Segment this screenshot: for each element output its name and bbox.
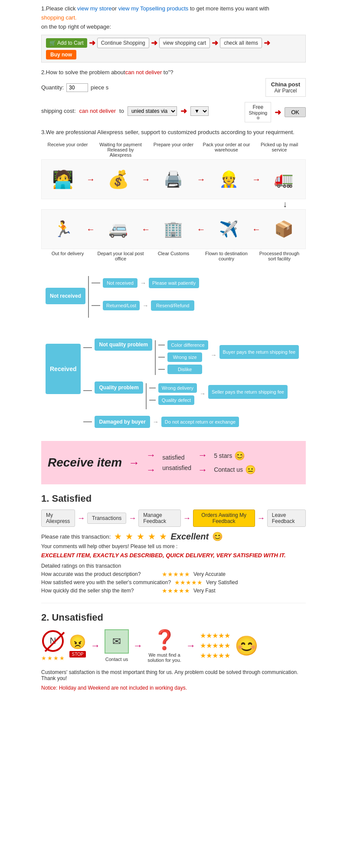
unsatisfied-title: 2. Unsatisfied [41, 612, 306, 623]
step-orders-awaiting[interactable]: Orders Awaiting My Feedback [193, 510, 255, 527]
not-received-main: Not received [46, 288, 85, 304]
circle-red: N [42, 630, 64, 652]
bottom-label-4: Flown to destination country [203, 251, 250, 261]
process-icon-3: 🖨️ [154, 164, 193, 194]
continue-shopping-btn[interactable]: Continue Shopping [97, 38, 149, 48]
sub-dislike: Dislike [167, 365, 202, 374]
check-items-btn[interactable]: check all items [220, 38, 262, 48]
star-2: ★ [125, 531, 133, 542]
arrow2: ➜ [151, 38, 157, 48]
comment-label: Your comments will help other buyers! Pl… [41, 543, 306, 549]
receive-title: Receive item [48, 456, 122, 470]
ok-button[interactable]: OK [285, 107, 306, 117]
branch-arrow-1: → [140, 279, 146, 286]
bottom-label-2: Depart your local post office [97, 251, 144, 261]
unsat-star-2: ★ [47, 655, 52, 661]
stars-row-3: ★★★★★ [200, 651, 230, 660]
process-icon-10: 📦 [265, 214, 304, 244]
satisfied-title: 1. Satisfied [41, 493, 306, 504]
detail-stars-3: ★★★★★ [162, 587, 190, 594]
buy-now-btn[interactable]: Buy now [46, 50, 76, 59]
view-topselling-link[interactable]: view my Topselling products [118, 5, 189, 12]
process-icon-4: 👷 [209, 164, 248, 194]
arrow5: ➜ [180, 106, 187, 116]
bottom-label-1: Out for delivery [44, 251, 92, 261]
slash-line [45, 632, 65, 652]
pink-texts-col: satisfied unsatisfied [162, 454, 191, 471]
unsat-star-3: ★ [53, 655, 59, 661]
section2-title: 2.How to solve the problem aboutcan not … [41, 69, 306, 76]
outcome-no-return: Do not accept return or exchange [161, 417, 239, 427]
holiday-notice: Notice: Holiday and Weekend are not incl… [41, 685, 306, 691]
quantity-input[interactable] [66, 83, 88, 92]
outcome-buyer-pays: Buyer pays the return shipping fee [219, 345, 299, 359]
step-leave-feedback[interactable]: Leave Feedback [267, 510, 306, 527]
divider [41, 603, 306, 603]
star-4: ★ [148, 531, 156, 542]
shipping-select[interactable]: unied states via [128, 106, 177, 116]
arrow1: ➜ [89, 38, 95, 48]
rate-row: Please rate this transaction: ★ ★ ★ ★ ★ … [41, 531, 306, 542]
process-icon-5: 🚛 [265, 164, 304, 194]
email-box: ✉ Contact us [105, 629, 129, 662]
happy-face-icon: 😊 [235, 635, 259, 657]
process-arrow-5-left: ← [86, 224, 95, 234]
unsatisfied-section: 2. Unsatisfied N ★ ★ ★ ★ 😠 STOP → ✉ [41, 612, 306, 691]
unsat-flow: N ★ ★ ★ ★ 😠 STOP → ✉ Contact us → ❓ W [41, 628, 306, 663]
pink-arrow-2: → [146, 464, 156, 476]
section1: 1.Please click view my storeor view my T… [41, 4, 306, 62]
no-sign-box: N ★ ★ ★ ★ [41, 630, 65, 661]
contact-us-label: Contact us [105, 657, 128, 662]
email-icon: ✉ [105, 629, 129, 654]
view-store-link[interactable]: view my store [77, 5, 111, 12]
section1-text: 1.Please click view my storeor view my T… [41, 4, 306, 13]
shopping-cart-text: shopping cart. [41, 13, 306, 23]
unsat-star-4: ★ [59, 655, 65, 661]
stars-row-1: ★★★★★ [200, 631, 230, 640]
damaged-branch: Damaged by buyer [95, 416, 150, 428]
shipping-row: shipping cost: can not deliver to unied … [41, 99, 306, 122]
sub-quality-defect: Quality defect [158, 395, 194, 405]
detail-value-2: Very Satisfied [206, 579, 238, 585]
branch-returned: Returned/Lost [103, 301, 140, 310]
bottom-label-5: Processed through sort facility [255, 251, 303, 261]
branch-arrow-2: → [142, 302, 148, 309]
cannot-deliver-text: can not deliver [79, 108, 116, 114]
detail-label-1: How accurate was the product description… [41, 571, 158, 577]
process-arrow-1: → [86, 174, 95, 184]
detail-row-3: How quickly did the seller ship the item… [41, 587, 306, 594]
down-arrow: ↓ [283, 199, 287, 209]
detail-row-2: How satisfied were you with the seller's… [41, 579, 306, 586]
step-manage-feedback[interactable]: Manage Feedback [138, 510, 180, 527]
branch-not-received: Not received [103, 278, 137, 288]
process-arrow-2: → [141, 174, 150, 184]
process-arrow-4: → [252, 174, 261, 184]
process-arrow-8-left: ← [252, 224, 261, 234]
arrow3: ➜ [212, 38, 218, 48]
unsat-arrow-1: → [91, 640, 100, 651]
cart-steps-bar: 🛒 Add to Cart ➜ Continue Shopping ➜ view… [41, 35, 306, 62]
rate-label: Please rate this transaction: [41, 533, 111, 540]
process-icon-7: 🚐 [99, 214, 138, 244]
star-3: ★ [137, 531, 144, 542]
step-transactions[interactable]: Transactions [87, 513, 126, 524]
detail-label-3: How quickly did the seller ship the item… [41, 588, 158, 594]
question-box: ❓ We must find a solution for you. [147, 628, 182, 663]
add-to-cart-btn[interactable]: 🛒 Add to Cart [46, 38, 87, 48]
view-cart-btn[interactable]: view shopping cart [159, 38, 210, 48]
sub-wrong-size: Wrong size [167, 352, 202, 362]
detail-label-2: How satisfied were you with the seller's… [41, 579, 171, 585]
step-arrow-4: → [257, 514, 265, 523]
arrow4: ➜ [264, 38, 270, 48]
process-arrow-6-left: ← [141, 224, 150, 234]
sub-color-diff: Color difference [167, 340, 208, 350]
result-resend: Resend/Refund [151, 300, 194, 311]
shipping-method-select[interactable]: ▼ [190, 106, 209, 116]
unsatisfied-text: unsatisfied [162, 464, 191, 471]
section3-text: 3.We are professional Aliexpress seller,… [41, 129, 306, 135]
received-main: Received [46, 344, 81, 394]
step-arrow-2: → [128, 514, 136, 523]
step-my-aliexpress[interactable]: My Aliexpress [41, 510, 75, 527]
arrow6: ➜ [275, 108, 281, 117]
pink-arrows2-col: → → [198, 450, 207, 476]
